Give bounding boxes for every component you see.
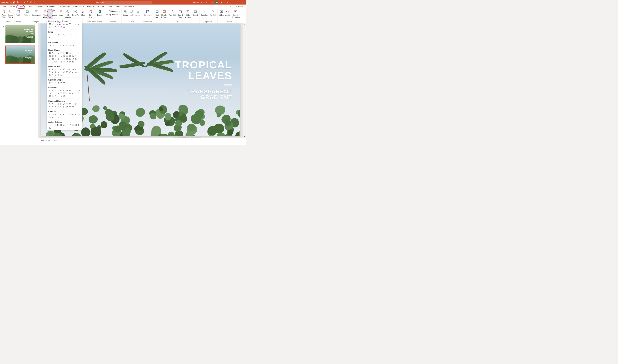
shape-item[interactable] <box>63 33 66 36</box>
shape-item[interactable] <box>54 103 57 105</box>
shape-item[interactable] <box>51 57 54 60</box>
shape-item[interactable] <box>63 68 66 71</box>
shape-item[interactable] <box>51 52 54 54</box>
close-icon[interactable] <box>241 1 245 4</box>
shape-item[interactable] <box>57 23 60 26</box>
ribbon-display-icon[interactable] <box>225 1 229 4</box>
shape-item[interactable] <box>69 89 71 92</box>
3dmodels-button[interactable]: 3DModels▾ <box>64 9 71 20</box>
collapse-ribbon-icon[interactable]: ˇ <box>245 21 245 23</box>
redo-icon[interactable] <box>26 1 29 3</box>
shape-item[interactable] <box>48 74 51 77</box>
shape-item[interactable] <box>69 92 71 95</box>
shape-item[interactable] <box>57 74 60 77</box>
shape-item[interactable] <box>60 81 63 84</box>
shape-item[interactable] <box>48 33 51 36</box>
reuse-slides-button[interactable]: ReuseSlides <box>7 9 14 19</box>
shape-item[interactable] <box>74 52 77 54</box>
shape-item[interactable] <box>60 60 63 63</box>
shape-item[interactable] <box>60 57 63 60</box>
shape-item[interactable] <box>66 33 68 36</box>
autosave-toggle[interactable]: AutoSave Off <box>1 1 15 3</box>
shape-item[interactable] <box>54 124 57 126</box>
shape-item[interactable] <box>48 36 51 39</box>
tab-file[interactable]: File <box>1 4 8 9</box>
shape-item[interactable] <box>74 68 77 71</box>
shape-item[interactable] <box>66 54 68 57</box>
shape-item[interactable] <box>57 95 60 98</box>
shape-item[interactable] <box>63 44 66 47</box>
shape-item[interactable] <box>60 54 63 57</box>
shape-item[interactable] <box>48 54 51 57</box>
shape-item[interactable] <box>48 113 51 116</box>
slide-number-button[interactable]: #SlideNumber <box>184 9 192 19</box>
shape-item[interactable] <box>54 60 57 63</box>
shape-item[interactable] <box>48 89 51 92</box>
shape-item[interactable] <box>51 81 54 84</box>
shape-item[interactable] <box>71 57 74 60</box>
shape-item[interactable] <box>69 33 71 36</box>
shape-item[interactable] <box>51 105 54 108</box>
shape-item[interactable] <box>54 74 57 77</box>
shape-item[interactable] <box>54 81 57 84</box>
shape-item[interactable] <box>66 44 68 47</box>
shape-item[interactable] <box>77 89 80 92</box>
shape-item[interactable] <box>54 33 57 36</box>
tab-slidelizard[interactable]: SlideLizard <box>122 4 135 9</box>
tab-transitions[interactable]: Transitions <box>44 4 58 9</box>
shape-item[interactable] <box>63 54 66 57</box>
shape-item[interactable] <box>69 113 71 116</box>
shape-item[interactable] <box>74 71 77 74</box>
my-addins-button[interactable]: My Add-ins▾ <box>105 13 120 16</box>
resize-handle-icon[interactable]: ◢ <box>81 128 82 130</box>
table-button[interactable]: Table▾ <box>15 9 21 18</box>
shape-item[interactable] <box>57 33 60 36</box>
shape-item[interactable] <box>69 105 71 108</box>
notes-panel[interactable]: Click to add notes <box>38 138 246 145</box>
shape-item[interactable] <box>74 23 77 26</box>
shape-item[interactable] <box>63 113 66 116</box>
shape-item[interactable] <box>66 92 68 95</box>
shape-item[interactable] <box>48 23 51 26</box>
search-input[interactable] <box>101 1 152 4</box>
shape-item[interactable] <box>77 52 80 54</box>
shape-item[interactable] <box>60 44 63 47</box>
shape-item[interactable] <box>71 23 74 26</box>
shape-item[interactable] <box>66 113 68 116</box>
shape-item[interactable] <box>71 71 74 74</box>
shape-item[interactable] <box>77 57 80 60</box>
shape-item[interactable] <box>48 44 51 47</box>
shape-item[interactable] <box>63 23 66 26</box>
shape-item[interactable] <box>71 103 74 105</box>
shape-item[interactable] <box>66 68 68 71</box>
shape-item[interactable] <box>60 89 63 92</box>
smartart-button[interactable]: SmartArt <box>71 9 80 16</box>
shape-item[interactable] <box>74 89 77 92</box>
shape-item[interactable] <box>48 52 51 54</box>
shape-item[interactable] <box>60 105 63 108</box>
customize-qat-icon[interactable] <box>36 1 38 3</box>
present-icon[interactable] <box>30 1 32 3</box>
shape-item[interactable] <box>54 57 57 60</box>
shape-item[interactable] <box>51 44 54 47</box>
pen-icon[interactable]: ✎ <box>219 1 223 4</box>
shape-item[interactable] <box>54 113 57 116</box>
shape-item[interactable] <box>51 116 54 119</box>
scroll-up-icon[interactable]: ▴ <box>243 23 246 26</box>
shape-item[interactable] <box>69 54 71 57</box>
shape-item[interactable] <box>60 74 63 77</box>
shape-item[interactable] <box>66 103 68 105</box>
shape-item[interactable] <box>60 26 63 28</box>
shape-item[interactable] <box>54 68 57 71</box>
shape-item[interactable] <box>51 103 54 105</box>
shape-item[interactable] <box>51 68 54 71</box>
shape-item[interactable] <box>63 26 66 28</box>
shape-item[interactable] <box>69 60 71 63</box>
shape-item[interactable] <box>77 124 80 126</box>
shape-item[interactable] <box>60 33 63 36</box>
shape-item[interactable] <box>69 57 71 60</box>
shape-item[interactable] <box>69 68 71 71</box>
shape-item[interactable] <box>57 103 60 105</box>
shape-item[interactable] <box>60 68 63 71</box>
shape-item[interactable] <box>48 57 51 60</box>
